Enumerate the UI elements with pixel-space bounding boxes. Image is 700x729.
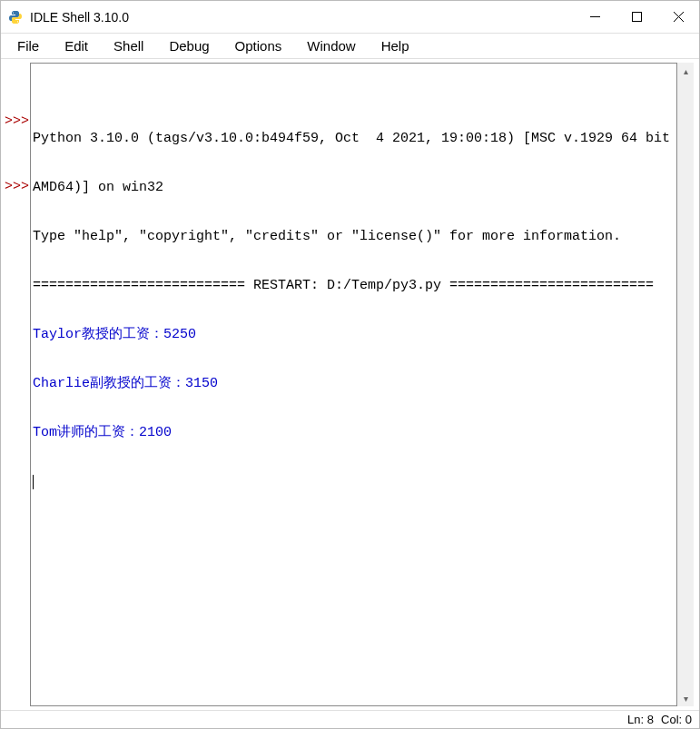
menu-help[interactable]: Help	[369, 34, 422, 57]
version-line: Type "help", "copyright", "credits" or "…	[33, 229, 675, 245]
prompt: >>>	[5, 179, 30, 195]
output-line: Charlie副教授的工资：3150	[33, 376, 675, 392]
version-line: AMD64)] on win32	[33, 180, 675, 196]
menubar: File Edit Shell Debug Options Window Hel…	[1, 34, 699, 59]
status-line: Ln: 8	[627, 713, 654, 726]
text-cursor	[33, 475, 34, 489]
window-title: IDLE Shell 3.10.0	[30, 10, 574, 25]
scroll-down-icon[interactable]: ▾	[677, 690, 694, 706]
editor-container: >>> >>> Python 3.10.0 (tags/v3.10.0:b494…	[1, 59, 699, 710]
menu-options[interactable]: Options	[222, 34, 295, 57]
maximize-button[interactable]	[616, 1, 657, 33]
menu-debug[interactable]: Debug	[156, 34, 222, 57]
window-controls	[574, 1, 699, 33]
scrollbar-track[interactable]	[677, 79, 694, 690]
minimize-button[interactable]	[574, 1, 616, 33]
menu-edit[interactable]: Edit	[52, 34, 101, 57]
vertical-scrollbar[interactable]: ▴ ▾	[677, 63, 694, 706]
restart-line: ========================== RESTART: D:/T…	[33, 278, 675, 294]
prompt-gutter: >>> >>>	[5, 63, 30, 706]
close-button[interactable]	[657, 1, 699, 33]
svg-rect-1	[632, 13, 641, 22]
prompt: >>>	[5, 113, 30, 130]
menu-file[interactable]: File	[5, 34, 52, 57]
scroll-up-icon[interactable]: ▴	[677, 63, 694, 79]
cursor-line	[33, 474, 675, 490]
titlebar: IDLE Shell 3.10.0	[1, 1, 699, 34]
output-line: Tom讲师的工资：2100	[33, 425, 675, 441]
menu-shell[interactable]: Shell	[101, 34, 156, 57]
output-line: Taylor教授的工资：5250	[33, 327, 675, 343]
version-line: Python 3.10.0 (tags/v3.10.0:b494f59, Oct…	[33, 131, 675, 147]
shell-editor[interactable]: Python 3.10.0 (tags/v3.10.0:b494f59, Oct…	[30, 63, 677, 706]
menu-window[interactable]: Window	[294, 34, 368, 57]
status-col: Col: 0	[661, 713, 692, 726]
python-icon	[8, 10, 23, 25]
statusbar: Ln: 8 Col: 0	[1, 710, 699, 728]
